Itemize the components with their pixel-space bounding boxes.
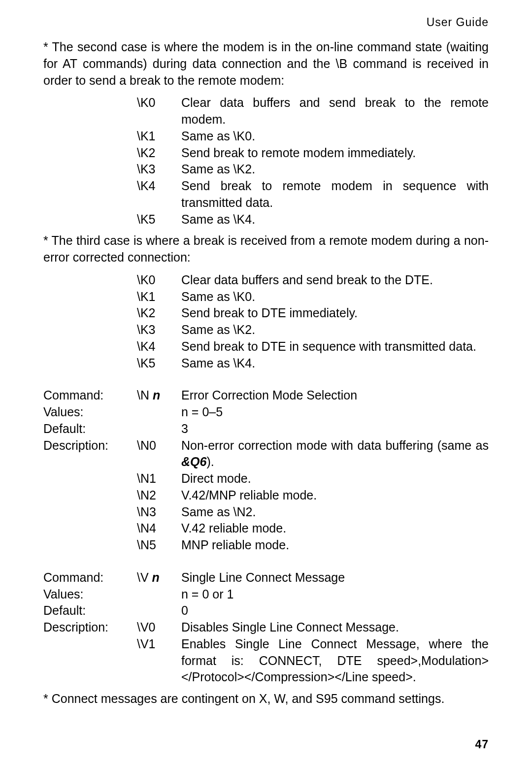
code-desc: Disables Single Line Connect Message. <box>181 619 489 636</box>
code-desc: Same as \N2. <box>181 504 489 521</box>
list-item: \N5 MNP reliable mode. <box>43 537 489 554</box>
code-desc: Send break to remote modem in sequence w… <box>181 178 489 211</box>
list-item: \K0 Clear data buffers and send break to… <box>43 272 489 289</box>
field-label: Description: <box>43 437 137 454</box>
code-desc: Same as \K4. <box>181 211 489 228</box>
values-row: Values: n = 0 or 1 <box>43 586 489 603</box>
code-label: \N3 <box>137 504 181 521</box>
code-label: \K4 <box>137 338 181 355</box>
command-row: Command: \N n Error Correction Mode Sele… <box>43 387 489 404</box>
code-label: \N0 <box>137 437 181 454</box>
code-desc: Same as \K2. <box>181 161 489 178</box>
code-label: \K2 <box>137 145 181 162</box>
code-desc: V.42 reliable mode. <box>181 520 489 537</box>
command-n-block: Command: \N n Error Correction Mode Sele… <box>43 387 489 554</box>
command-arg: n <box>153 388 160 402</box>
code-label: \N2 <box>137 487 181 504</box>
code-desc: Clear data buffers and send break to the… <box>181 272 489 289</box>
code-label: \N1 <box>137 470 181 487</box>
command-arg: n <box>152 570 160 584</box>
command-pre: \N <box>137 388 153 402</box>
code-desc: Clear data buffers and send break to the… <box>181 95 489 128</box>
code-label: \K0 <box>137 272 181 289</box>
code-label: \K1 <box>137 128 181 145</box>
command-title: Error Correction Mode Selection <box>181 387 489 404</box>
values-value: n = 0 or 1 <box>181 586 489 603</box>
list-item: \K4 Send break to remote modem in sequen… <box>43 178 489 211</box>
case3-list: \K0 Clear data buffers and send break to… <box>43 272 489 372</box>
list-item: \K2 Send break to remote modem immediate… <box>43 145 489 162</box>
desc-em: &Q6 <box>181 455 206 468</box>
list-item: Description: \V0 Disables Single Line Co… <box>43 619 489 636</box>
page-header: User Guide <box>43 15 489 30</box>
default-row: Default: 3 <box>43 421 489 437</box>
command-v-block: Command: \V n Single Line Connect Messag… <box>43 569 489 686</box>
code-desc: Direct mode. <box>181 470 489 487</box>
list-item: \K3 Same as \K2. <box>43 322 489 338</box>
code-desc: Same as \K0. <box>181 289 489 305</box>
case2-intro: * The second case is where the modem is … <box>43 39 489 89</box>
list-item: \K0 Clear data buffers and send break to… <box>43 95 489 128</box>
page-number: 47 <box>475 737 489 752</box>
field-label: Default: <box>43 602 137 619</box>
code-label: \K2 <box>137 305 181 322</box>
field-label: Description: <box>43 619 137 636</box>
code-desc: V.42/MNP reliable mode. <box>181 487 489 504</box>
case3-intro: * The third case is where a break is rec… <box>43 233 489 266</box>
values-value: n = 0–5 <box>181 404 489 421</box>
field-label: Command: <box>43 387 137 404</box>
list-item: \V1 Enables Single Line Connect Message,… <box>43 636 489 686</box>
list-item: \K3 Same as \K2. <box>43 161 489 178</box>
command-value: \V n <box>137 569 181 586</box>
code-label: \N4 <box>137 520 181 537</box>
list-item: \K5 Same as \K4. <box>43 355 489 372</box>
field-label: Default: <box>43 421 137 437</box>
code-label: \K5 <box>137 211 181 228</box>
list-item: \N2 V.42/MNP reliable mode. <box>43 487 489 504</box>
list-item: \K1 Same as \K0. <box>43 128 489 145</box>
list-item: \K5 Same as \K4. <box>43 211 489 228</box>
code-desc: Send break to DTE in sequence with trans… <box>181 338 489 355</box>
default-value: 0 <box>181 602 489 619</box>
command-value: \N n <box>137 387 181 404</box>
code-label: \K3 <box>137 322 181 338</box>
code-label: \V0 <box>137 619 181 636</box>
list-item: \N3 Same as \N2. <box>43 504 489 521</box>
command-title: Single Line Connect Message <box>181 569 489 586</box>
code-label: \K4 <box>137 178 181 195</box>
list-item: \N4 V.42 reliable mode. <box>43 520 489 537</box>
default-value: 3 <box>181 421 489 437</box>
code-desc: Send break to DTE immediately. <box>181 305 489 322</box>
code-desc: Same as \K0. <box>181 128 489 145</box>
field-label: Command: <box>43 569 137 586</box>
field-label: Values: <box>43 586 137 603</box>
footnote: * Connect messages are contingent on X, … <box>43 691 489 707</box>
default-row: Default: 0 <box>43 602 489 619</box>
code-desc: Non-error correction mode with data buff… <box>181 437 489 471</box>
desc-pre: Non-error correction mode with data buff… <box>181 438 489 452</box>
code-label: \N5 <box>137 537 181 554</box>
field-label: Values: <box>43 404 137 421</box>
code-label: \K0 <box>137 95 181 111</box>
case2-list: \K0 Clear data buffers and send break to… <box>43 95 489 228</box>
code-label: \K3 <box>137 161 181 178</box>
code-desc: Send break to remote modem immediately. <box>181 145 489 162</box>
list-item: \K2 Send break to DTE immediately. <box>43 305 489 322</box>
command-row: Command: \V n Single Line Connect Messag… <box>43 569 489 586</box>
list-item: \N1 Direct mode. <box>43 470 489 487</box>
code-desc: Same as \K4. <box>181 355 489 372</box>
list-item: \K4 Send break to DTE in sequence with t… <box>43 338 489 355</box>
list-item: Description: \N0 Non-error correction mo… <box>43 437 489 471</box>
list-item: \K1 Same as \K0. <box>43 289 489 305</box>
code-label: \V1 <box>137 636 181 653</box>
command-pre: \V <box>137 570 152 584</box>
code-desc: Same as \K2. <box>181 322 489 338</box>
code-label: \K1 <box>137 289 181 305</box>
code-desc: Enables Single Line Connect Message, whe… <box>181 636 489 686</box>
code-desc: MNP reliable mode. <box>181 537 489 554</box>
desc-post: ). <box>206 455 214 468</box>
code-label: \K5 <box>137 355 181 372</box>
values-row: Values: n = 0–5 <box>43 404 489 421</box>
